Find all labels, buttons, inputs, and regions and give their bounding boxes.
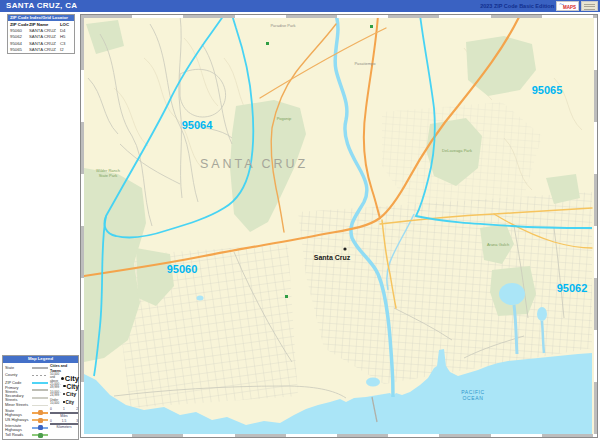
city-dot-icon — [63, 393, 65, 395]
us-highway-shield-icon — [38, 418, 43, 423]
place-label-pasatiempo: Pasatiempo — [354, 61, 375, 66]
legend-item-toll: Toll Roads — [5, 432, 49, 440]
table-row: 95065 SANTA CRUZ I2 — [8, 47, 74, 53]
city-dot-icon — [63, 401, 65, 403]
legend-item-state: State — [5, 364, 49, 372]
city-dot-icon — [63, 385, 66, 388]
map-legend: Map Legend State County ZIP Code Primary… — [2, 355, 79, 440]
grid-ruler-bottom — [81, 434, 597, 437]
minor-street-swatch — [32, 405, 48, 406]
place-label-paradise-park: Paradise Park — [270, 23, 295, 28]
scale-bar-miles: 0 1 2 Miles — [50, 408, 78, 418]
zip-label-95060: 95060 — [167, 263, 198, 275]
zip-line-swatch — [32, 382, 48, 384]
city-dot-icon — [61, 377, 64, 380]
city-point — [343, 247, 346, 250]
state-line-swatch — [32, 367, 48, 369]
city-class-row: 25,000 - 49,999 City — [50, 382, 79, 390]
grid-ruler-right — [594, 18, 597, 434]
zip-label-95065: 95065 — [532, 84, 563, 96]
legend-item-county: County — [5, 372, 49, 380]
header-bar: SANTA CRUZ, CA 2023 ZIP Code Basic Editi… — [0, 0, 600, 12]
state-highway-shield-icon — [38, 410, 43, 415]
map-graphics — [84, 18, 594, 434]
county-line-swatch — [32, 375, 48, 377]
secondary-logo — [581, 1, 598, 11]
city-point-label: Santa Cruz — [314, 254, 351, 261]
map-canvas: SANTA CRUZ Santa Cruz 95064 95065 95060 … — [84, 18, 594, 434]
legend-line-items: State County ZIP Code Primary Streets Se… — [5, 364, 49, 439]
page-title: SANTA CRUZ, CA — [6, 1, 77, 10]
park-label-wilder: Wilder Ranch State Park — [93, 169, 123, 178]
park-label-delaveaga: DeLaveaga Park — [442, 149, 472, 154]
zip-index-title: ZIP Code Index/Grid Locator — [8, 15, 74, 21]
ocean-label: PACIFIC OCEAN — [461, 389, 485, 401]
publisher-logo: 〜 MAPS — [556, 1, 579, 11]
city-class-row: 10,000 - 24,999 City — [50, 390, 79, 398]
park-label-pogonip: Pogonip — [277, 117, 292, 122]
city-class-row: 50,000 and above City — [50, 374, 79, 382]
city-class-row: Under 10,000 City — [50, 398, 79, 406]
edition-label: 2023 ZIP Code Basic Edition — [480, 3, 554, 9]
us-highway-swatch — [32, 419, 48, 421]
interstate-swatch — [32, 427, 48, 429]
primary-street-swatch — [32, 389, 48, 391]
toll-road-swatch — [32, 434, 48, 436]
park-label-arana: Arana Gulch — [487, 243, 509, 248]
zip-index-table: ZIP Code Index/Grid Locator ZIP Code ZIP… — [7, 14, 75, 54]
zip-label-95062: 95062 — [557, 282, 588, 294]
legend-item-secondary: Secondary Streets — [5, 394, 49, 402]
toll-shield-icon — [38, 433, 43, 438]
legend-item-interstate: Interstate Highways — [5, 424, 49, 432]
map-frame: SANTA CRUZ Santa Cruz 95064 95065 95060 … — [80, 14, 598, 438]
zip-code-map-page: { "header": { "title": "SANTA CRUZ, CA",… — [0, 0, 600, 442]
zip-label-95064: 95064 — [182, 119, 213, 131]
scale-bar-kilometers: 0 1.5 3 Kilometers — [50, 420, 78, 430]
legend-cities: Cities and Towns 50,000 and above City 2… — [50, 364, 79, 429]
secondary-street-swatch — [32, 397, 48, 399]
legend-title: Map Legend — [3, 356, 78, 363]
legend-item-state-hwy: State Highways — [5, 409, 49, 417]
state-highway-swatch — [32, 412, 48, 414]
city-area-label: SANTA CRUZ — [200, 157, 308, 171]
interstate-shield-icon — [38, 425, 43, 430]
